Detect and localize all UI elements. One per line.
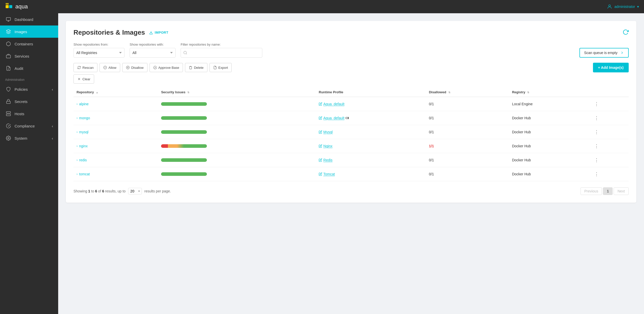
filter-from-select[interactable]: All Registries Docker Hub Local Engine — [73, 48, 125, 58]
sidebar-item-containers[interactable]: Containers — [0, 38, 58, 50]
sidebar-label-policies: Policies — [15, 87, 28, 91]
user-menu[interactable]: administrator ▾ — [607, 4, 639, 9]
svg-point-14 — [184, 51, 187, 54]
gear-icon — [6, 136, 11, 141]
per-page-select[interactable]: 20 50 100 — [128, 188, 142, 194]
filter-with-select[interactable]: All Issues No Issues — [130, 48, 176, 58]
disallowed-value-alpine: 0/1 — [429, 102, 434, 106]
sidebar-item-services[interactable]: Services — [0, 50, 58, 62]
server-icon — [6, 111, 11, 116]
scan-queue-label: Scan queue is empty — [584, 51, 617, 55]
col-disallowed[interactable]: Disallowed ⇅ — [426, 88, 509, 97]
scan-queue-box[interactable]: Scan queue is empty — [579, 48, 629, 58]
import-button[interactable]: IMPORT — [149, 31, 168, 35]
sidebar-item-system[interactable]: System ‹ — [0, 132, 58, 144]
export-button[interactable]: Export — [209, 63, 232, 72]
sidebar-item-secrets[interactable]: Secrets — [0, 95, 58, 108]
sidebar-label-images: Images — [15, 30, 27, 34]
cell-repo-tomcat: › tomcat — [73, 167, 158, 181]
svg-rect-0 — [6, 5, 9, 8]
col-runtime-profile: Runtime Profile — [316, 88, 426, 97]
profile-link-mysql[interactable]: Mysql — [319, 130, 423, 134]
delete-button[interactable]: Delete — [185, 63, 207, 72]
clear-button[interactable]: Clear — [73, 74, 94, 84]
clear-label: Clear — [82, 77, 90, 81]
cell-registry-mysql: Docker Hub — [509, 125, 590, 139]
cell-repo-mysql: › mysql — [73, 125, 158, 139]
sidebar-item-dashboard[interactable]: Dashboard — [0, 13, 58, 25]
profile-link-mongo[interactable]: Aqua_default — [319, 116, 423, 120]
cell-disallowed-redis: 0/1 — [426, 153, 509, 167]
sidebar-item-images[interactable]: Images — [0, 25, 58, 38]
cell-options-tomcat: ⋮ — [590, 167, 629, 181]
repo-name-tomcat[interactable]: › tomcat — [77, 172, 155, 176]
cell-disallowed-nginx: 1/1 — [426, 139, 509, 153]
cell-profile-redis: Redis — [316, 153, 426, 167]
cell-repo-alpine: › alpine — [73, 97, 158, 111]
repo-name-mongo[interactable]: › mongo — [77, 116, 155, 120]
svg-point-12 — [8, 138, 9, 139]
allow-button[interactable]: Allow — [100, 63, 120, 72]
security-bar-fill-mixed — [161, 144, 207, 148]
sidebar-item-audit[interactable]: Audit — [0, 62, 58, 74]
page-header: Repositories & Images IMPORT — [73, 29, 629, 36]
cell-options-mongo: ⋮ — [590, 111, 629, 125]
repo-name-alpine[interactable]: › alpine — [77, 102, 155, 106]
chevron-nginx: › — [77, 144, 78, 148]
col-registry[interactable]: Registry ⇅ — [509, 88, 590, 97]
col-repository[interactable]: Repository ▲ — [73, 88, 158, 97]
options-button-redis[interactable]: ⋮ — [593, 156, 600, 164]
profile-link-tomcat[interactable]: Tomcat — [319, 172, 423, 176]
cell-profile-alpine: Aqua_default — [316, 97, 426, 111]
repo-name-nginx[interactable]: › nginx — [77, 144, 155, 148]
user-dropdown-icon: ▾ — [637, 5, 639, 9]
options-button-tomcat[interactable]: ⋮ — [593, 170, 600, 178]
security-bar — [161, 144, 207, 148]
profile-link-alpine[interactable]: Aqua_default — [319, 102, 423, 106]
rescan-button[interactable]: Rescan — [73, 63, 97, 72]
add-images-button[interactable]: + Add Image(s) — [593, 63, 629, 72]
sort-registry-icon: ⇅ — [527, 91, 529, 94]
export-label: Export — [218, 66, 228, 70]
add-images-label: + Add Image(s) — [598, 66, 624, 70]
security-bar — [161, 158, 207, 162]
options-button-alpine[interactable]: ⋮ — [593, 100, 600, 108]
refresh-button[interactable] — [623, 29, 629, 36]
user-label: administrator — [614, 5, 635, 9]
options-button-mysql[interactable]: ⋮ — [593, 128, 600, 136]
next-button[interactable]: Next — [614, 187, 629, 195]
cell-options-alpine: ⋮ — [590, 97, 629, 111]
previous-button[interactable]: Previous — [580, 187, 602, 195]
repo-name-mysql[interactable]: › mysql — [77, 130, 155, 134]
search-input[interactable] — [181, 48, 262, 58]
cell-repo-nginx: › nginx — [73, 139, 158, 153]
profile-extra-icon — [345, 116, 349, 120]
disallow-button[interactable]: Disallow — [122, 63, 147, 72]
briefcase-icon — [6, 54, 11, 59]
options-button-nginx[interactable]: ⋮ — [593, 142, 600, 150]
sidebar-item-hosts[interactable]: Hosts — [0, 108, 58, 120]
sidebar-item-compliance[interactable]: Compliance ‹ — [0, 120, 58, 132]
approve-base-label: Approve Base — [158, 66, 179, 70]
svg-rect-4 — [6, 18, 11, 21]
cell-registry-redis: Docker Hub — [509, 153, 590, 167]
search-icon — [183, 51, 187, 55]
profile-link-nginx[interactable]: Nginx — [319, 144, 423, 148]
approve-base-button[interactable]: Approve Base — [150, 63, 183, 72]
cell-disallowed-alpine: 0/1 — [426, 97, 509, 111]
page-1-button[interactable]: 1 — [603, 187, 613, 195]
svg-line-15 — [186, 54, 187, 54]
options-button-mongo[interactable]: ⋮ — [593, 114, 600, 122]
sidebar-item-policies[interactable]: Policies ‹ — [0, 83, 58, 95]
admin-section-label: Administration — [0, 74, 58, 83]
disallowed-value-mongo: 0/1 — [429, 116, 434, 120]
repo-name-redis[interactable]: › redis — [77, 158, 155, 162]
edit-icon-mongo — [319, 116, 322, 120]
total: 6 — [102, 189, 104, 193]
edit-icon-alpine — [319, 102, 322, 106]
col-security-issues[interactable]: Security Issues ⇅ — [158, 88, 316, 97]
sidebar-label-services: Services — [15, 54, 29, 58]
profile-link-redis[interactable]: Redis — [319, 158, 423, 162]
disallowed-value-tomcat: 0/1 — [429, 172, 434, 176]
cell-security-mongo — [158, 111, 316, 125]
